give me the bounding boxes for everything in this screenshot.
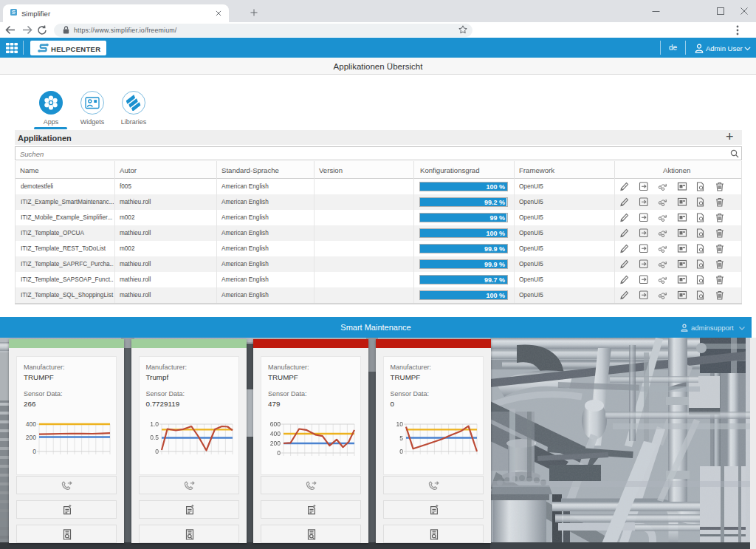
svg-text:1.0: 1.0 (150, 420, 159, 428)
svg-text:0: 0 (155, 448, 159, 455)
svg-text:0.5: 0.5 (150, 434, 159, 441)
svg-text:400: 400 (270, 430, 281, 437)
svg-text:10: 10 (396, 420, 403, 428)
svg-text:5: 5 (399, 434, 403, 442)
svg-text:200: 200 (26, 434, 36, 441)
svg-text:400: 400 (26, 420, 36, 428)
svg-text:0: 0 (399, 448, 403, 455)
svg-text:0: 0 (277, 449, 281, 457)
svg-text:0: 0 (32, 448, 36, 455)
svg-text:600: 600 (270, 420, 281, 428)
svg-text:200: 200 (270, 440, 281, 447)
